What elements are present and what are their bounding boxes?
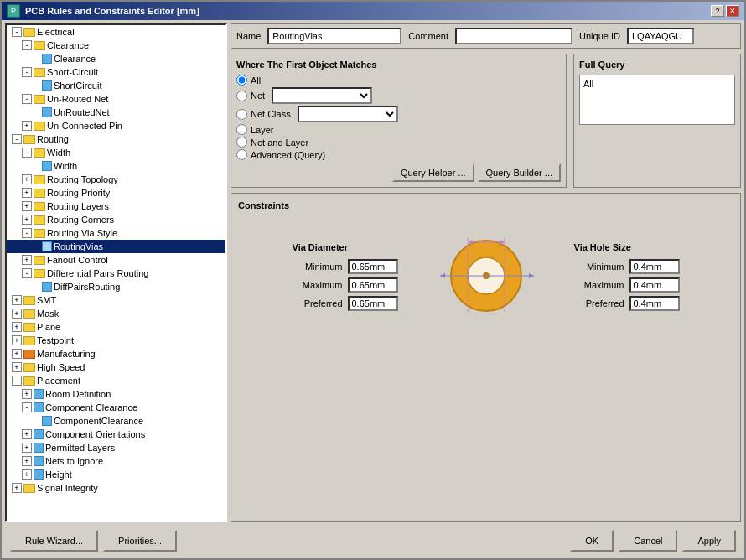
tree-item-fanout-control[interactable]: + Fanout Control	[7, 253, 225, 267]
tree-item-diff-pairs-rule[interactable]: DiffPairsRouting	[7, 280, 225, 293]
expand-testpoint[interactable]: +	[12, 335, 22, 345]
tree-item-routing-vias[interactable]: RoutingVias	[7, 240, 225, 253]
tree-item-short-circuit-rule[interactable]: ShortCircuit	[7, 79, 225, 92]
query-builder-button[interactable]: Query Builder ...	[478, 163, 561, 182]
tree-item-comp-orientations[interactable]: + Component Orientations	[7, 428, 225, 441]
via-max-input[interactable]	[348, 277, 398, 293]
expand-signal-integrity[interactable]: +	[12, 483, 22, 493]
tree-item-unrouted-rule[interactable]: UnRoutedNet	[7, 106, 225, 119]
comment-input[interactable]	[455, 28, 572, 44]
radio-net-class[interactable]	[236, 109, 247, 120]
tree-item-routing[interactable]: - Routing	[7, 132, 225, 146]
title-bar-left: P PCB Rules and Constraints Editor [mm]	[7, 4, 199, 18]
via-min-input[interactable]	[348, 259, 398, 274]
expand-comp-clearance[interactable]: -	[22, 402, 32, 412]
expand-short-circuit[interactable]: -	[22, 67, 32, 77]
folder-icon-manufacturing	[23, 350, 35, 359]
uniqueid-label: Unique ID	[579, 31, 620, 41]
tree-item-component-clearance-group[interactable]: - Component Clearance	[7, 401, 225, 414]
label-unrouted-rule: UnRoutedNet	[54, 107, 110, 117]
expand-mask[interactable]: +	[12, 309, 22, 319]
hole-min-input[interactable]	[629, 259, 680, 274]
tree-item-smt[interactable]: + SMT	[7, 293, 225, 307]
radio-net-and-layer[interactable]	[236, 137, 247, 148]
tree-item-routing-layers[interactable]: + Routing Layers	[7, 200, 225, 213]
tree-item-clearance-rule[interactable]: Clearance	[7, 52, 225, 65]
tree-panel[interactable]: - Electrical - Clearance	[5, 23, 227, 522]
expand-clearance[interactable]: -	[22, 40, 32, 50]
priorities-button[interactable]: Priorities...	[103, 530, 177, 552]
expand-permitted-layers[interactable]: +	[22, 443, 32, 453]
expand-routing-corners[interactable]: +	[22, 215, 32, 225]
tree-item-testpoint[interactable]: + Testpoint	[7, 334, 225, 347]
tree-item-high-speed[interactable]: + High Speed	[7, 360, 225, 374]
tree-item-signal-integrity[interactable]: + Signal Integrity	[7, 481, 225, 495]
expand-routing[interactable]: -	[12, 134, 22, 144]
expand-nets-ignore[interactable]: +	[22, 456, 32, 466]
tree-item-routing-corners[interactable]: + Routing Corners	[7, 213, 225, 226]
label-testpoint: Testpoint	[37, 335, 74, 345]
tree-item-permitted-layers[interactable]: + Permitted Layers	[7, 441, 225, 454]
tree-item-room-definition[interactable]: + Room Definition	[7, 387, 225, 401]
expand-manufacturing[interactable]: +	[12, 349, 22, 359]
tree-item-component-clearance-rule[interactable]: ComponentClearance	[7, 414, 225, 428]
hole-min-row: Minimum	[574, 259, 680, 274]
help-button[interactable]: ?	[711, 5, 724, 17]
expand-smt[interactable]: +	[12, 295, 22, 305]
main-area: - Electrical - Clearance	[5, 23, 741, 522]
tree-item-width-rule[interactable]: Width	[7, 159, 225, 173]
tree-item-mask[interactable]: + Mask	[7, 307, 225, 320]
via-preferred-input[interactable]	[348, 296, 398, 311]
expand-height[interactable]: +	[22, 469, 32, 480]
tree-item-plane[interactable]: + Plane	[7, 320, 225, 334]
tree-item-diff-pairs[interactable]: - Differential Pairs Routing	[7, 267, 225, 280]
tree-item-routing-topology[interactable]: + Routing Topology	[7, 173, 225, 186]
expand-unrouted[interactable]: -	[22, 94, 32, 104]
tree-item-clearance-group[interactable]: - Clearance	[7, 39, 225, 52]
tree-item-short-circuit[interactable]: - Short-Circuit	[7, 65, 225, 79]
uniqueid-input[interactable]	[627, 28, 694, 44]
expand-fanout[interactable]: +	[22, 255, 32, 265]
expand-routing-layers[interactable]: +	[22, 201, 32, 211]
tree-item-routing-priority[interactable]: + Routing Priority	[7, 186, 225, 200]
expand-plane[interactable]: +	[12, 322, 22, 332]
expand-room-def[interactable]: +	[22, 389, 32, 399]
expand-high-speed[interactable]: +	[12, 362, 22, 372]
netclass-dropdown[interactable]	[298, 106, 398, 122]
ok-button[interactable]: OK	[570, 530, 614, 552]
radio-net[interactable]	[236, 91, 247, 101]
cancel-button[interactable]: Cancel	[619, 530, 677, 552]
tree-item-placement[interactable]: - Placement	[7, 374, 225, 387]
tree-item-nets-to-ignore[interactable]: + Nets to Ignore	[7, 454, 225, 468]
expand-via-style[interactable]: -	[22, 228, 32, 238]
tree-item-manufacturing[interactable]: + Manufacturing	[7, 347, 225, 360]
name-input[interactable]	[267, 28, 401, 44]
tree-item-height[interactable]: + Height	[7, 468, 225, 481]
close-button[interactable]: ✕	[726, 5, 739, 17]
hole-max-input[interactable]	[629, 277, 680, 293]
apply-button[interactable]: Apply	[682, 530, 736, 552]
expand-routing-topology[interactable]: +	[22, 174, 32, 184]
rule-wizard-button[interactable]: Rule Wizard...	[10, 530, 98, 552]
tree-item-width-group[interactable]: - Width	[7, 146, 225, 159]
query-helper-button[interactable]: Query Helper ...	[392, 163, 474, 182]
tree-item-routing-via-style[interactable]: - Routing Via Style	[7, 226, 225, 240]
radio-advanced-row: Advanced (Query)	[236, 149, 561, 160]
radio-advanced[interactable]	[236, 149, 247, 160]
expand-placement[interactable]: -	[12, 376, 22, 386]
bottom-left: Rule Wizard... Priorities...	[10, 530, 567, 552]
expand-unconnected[interactable]: +	[22, 121, 32, 131]
expand-diff-pairs[interactable]: -	[22, 268, 32, 278]
radio-layer[interactable]	[236, 124, 247, 135]
tree-item-unconnected-pin[interactable]: + Un-Connected Pin	[7, 119, 225, 132]
tree-item-electrical[interactable]: - Electrical	[7, 25, 225, 39]
expand-comp-orient[interactable]: +	[22, 429, 32, 439]
hole-preferred-input[interactable]	[629, 296, 680, 311]
tree-item-unrouted-net[interactable]: - Un-Routed Net	[7, 92, 225, 106]
radio-all[interactable]	[236, 75, 247, 86]
expand-electrical[interactable]: -	[12, 27, 22, 37]
label-high-speed: High Speed	[37, 362, 85, 372]
expand-width[interactable]: -	[22, 148, 32, 158]
expand-routing-priority[interactable]: +	[22, 188, 32, 198]
net-dropdown[interactable]	[272, 87, 372, 104]
